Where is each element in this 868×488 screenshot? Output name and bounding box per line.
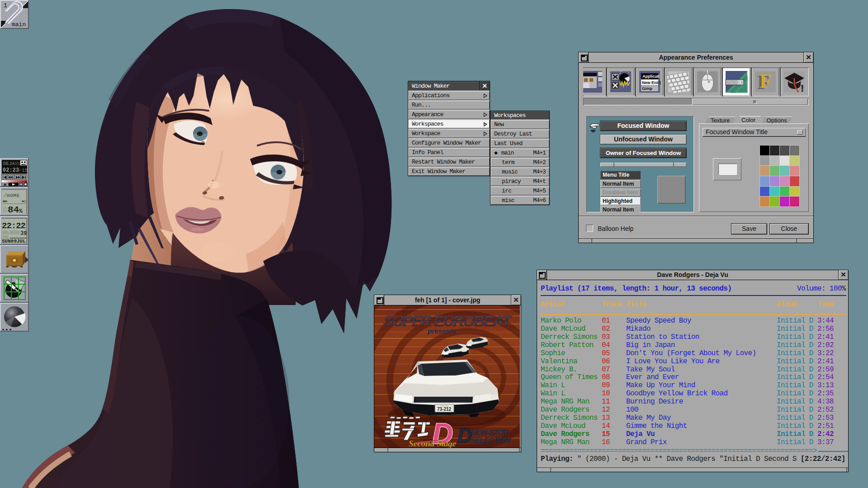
- svg-text:15: 15: [22, 168, 28, 173]
- svg-text:!: !: [801, 83, 804, 94]
- svg-text:D: D: [458, 424, 472, 446]
- svg-text:%: %: [19, 208, 23, 215]
- svg-text:ALRM: ALRM: [10, 231, 20, 235]
- svg-text:F: F: [760, 70, 772, 92]
- svg-text:73-212: 73-212: [437, 407, 452, 412]
- svg-text:39: 39: [20, 230, 27, 237]
- svg-text:AM: AM: [3, 231, 9, 235]
- svg-text:8U: 8U: [15, 161, 20, 166]
- svg-text:1: 1: [4, 2, 7, 9]
- svg-text:main: main: [12, 21, 26, 28]
- svg-text:8: 8: [2, 205, 8, 215]
- svg-text:84: 84: [8, 205, 19, 215]
- svg-text:/HOME: /HOME: [4, 193, 20, 198]
- svg-text:22:22: 22:22: [2, 221, 26, 231]
- svg-text:Applicati: Applicati: [642, 74, 660, 79]
- svg-text:presents: presents: [427, 327, 456, 335]
- svg-text:Gimp: Gimp: [642, 86, 653, 91]
- svg-text:New Entr|: New Entr|: [642, 80, 661, 85]
- svg-text:02:23: 02:23: [3, 167, 19, 174]
- svg-text:Second Stage: Second Stage: [409, 439, 457, 448]
- svg-text:SELECTION: SELECTION: [470, 436, 511, 445]
- svg-text:DEJA: DEJA: [3, 161, 15, 166]
- svg-text:SUN09JUL: SUN09JUL: [2, 239, 26, 244]
